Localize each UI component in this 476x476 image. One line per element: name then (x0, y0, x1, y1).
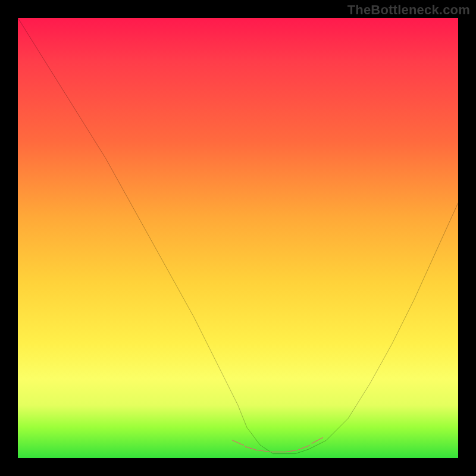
trough-marker-dash (298, 445, 309, 450)
chart-frame: TheBottleneck.com (0, 0, 476, 476)
trough-marker-dash (233, 440, 244, 445)
trough-marker-dash (285, 450, 297, 452)
trough-markers (233, 438, 323, 452)
trough-marker-dash (258, 450, 271, 452)
curve-layer (18, 18, 458, 458)
watermark-text: TheBottleneck.com (347, 2, 470, 18)
plot-area (18, 18, 458, 458)
trough-marker-dash (245, 447, 257, 450)
trough-marker-dash (312, 438, 322, 444)
bottleneck-curve (18, 18, 458, 454)
